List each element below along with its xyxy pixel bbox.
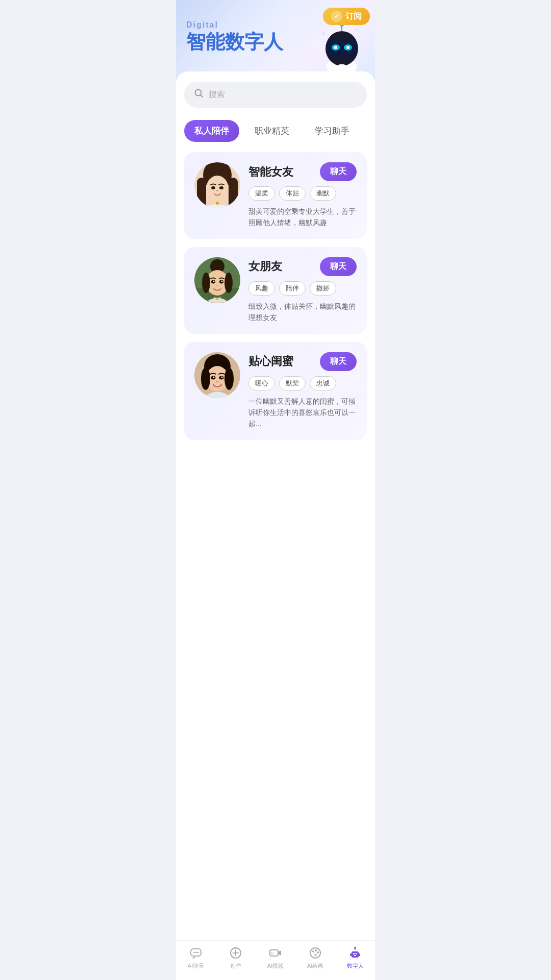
- card-1-tags: 温柔 体贴 幽默: [248, 186, 357, 201]
- card-2-header: 女朋友 聊天: [248, 257, 357, 276]
- card-3-tags: 暖心 默契 忠诚: [248, 376, 357, 390]
- svg-point-67: [354, 947, 356, 949]
- avatar-wrap-3: [194, 352, 240, 398]
- card-2: 女朋友 聊天 风趣 陪伴 撒娇 细致入微，体贴关怀，幽默风趣的理想女友: [184, 247, 367, 334]
- card-1-chat-button[interactable]: 聊天: [320, 162, 357, 181]
- svg-text:✦: ✦: [355, 27, 358, 32]
- tag-tacit: 默契: [279, 376, 306, 390]
- card-3-header: 贴心闺蜜 聊天: [248, 352, 357, 371]
- tag-loyal: 忠诚: [310, 376, 336, 390]
- robot-icon: [348, 946, 362, 960]
- tag-warm: 暖心: [248, 376, 275, 390]
- svg-point-42: [201, 368, 210, 390]
- svg-rect-64: [356, 953, 357, 954]
- tag-funny: 风趣: [248, 281, 275, 296]
- card-1-desc: 甜美可爱的空乘专业大学生，善于照顾他人情绪，幽默风趣: [248, 206, 357, 229]
- card-3-chat-button[interactable]: 聊天: [320, 352, 357, 371]
- nav-ai-draw-label: AI绘画: [307, 962, 323, 970]
- nav-create-label: 创作: [230, 962, 241, 970]
- svg-point-51: [197, 952, 199, 953]
- tag-caring: 体贴: [279, 186, 306, 201]
- card-2-tags: 风趣 陪伴 撒娇: [248, 281, 357, 296]
- card-3: 贴心闺蜜 聊天 暖心 默契 忠诚 一位幽默又善解人意的闺蜜，可倾诉听你生活中的喜…: [184, 342, 367, 440]
- avatar-3: [194, 352, 240, 398]
- avatar-1: [194, 162, 240, 208]
- main-content: 搜索 私人陪伴 职业精英 学习助手 生活助手: [176, 71, 375, 980]
- robot-area: ✓ 订阅 ✦ ✦ ✦: [314, 5, 370, 79]
- card-1-content: 智能女友 聊天 温柔 体贴 幽默 甜美可爱的空乘专业大学生，善于照顾他人情绪，幽…: [248, 162, 357, 229]
- avatar-wrap-1: [194, 162, 240, 208]
- svg-point-43: [224, 368, 234, 390]
- card-1-header: 智能女友 聊天: [248, 162, 357, 181]
- card-3-title: 贴心闺蜜: [248, 354, 293, 369]
- svg-point-49: [193, 952, 195, 953]
- svg-rect-65: [354, 955, 356, 956]
- search-icon: [194, 89, 204, 101]
- svg-text:✦: ✦: [360, 41, 362, 44]
- svg-text:AI: AI: [271, 952, 274, 955]
- svg-point-30: [202, 273, 210, 293]
- nav-ai-chat[interactable]: AI聊天: [176, 946, 216, 970]
- tag-gentle: 温柔: [248, 186, 275, 201]
- svg-point-46: [213, 376, 215, 378]
- nav-digital[interactable]: 数字人: [335, 946, 375, 970]
- nav-create[interactable]: 创作: [216, 946, 256, 970]
- tag-humor: 幽默: [310, 186, 336, 201]
- nav-ai-chat-label: AI聊天: [188, 962, 204, 970]
- svg-point-34: [213, 280, 215, 282]
- tab-career[interactable]: 职业精英: [244, 120, 299, 142]
- tag-companion: 陪伴: [279, 281, 306, 296]
- svg-point-5: [334, 46, 337, 49]
- svg-point-35: [221, 280, 223, 282]
- card-2-desc: 细致入微，体贴关怀，幽默风趣的理想女友: [248, 301, 357, 324]
- svg-point-23: [219, 186, 223, 189]
- tab-study[interactable]: 学习助手: [305, 120, 360, 142]
- card-2-chat-button[interactable]: 聊天: [320, 257, 357, 276]
- avatar-2: [194, 257, 240, 303]
- svg-point-19: [206, 176, 229, 202]
- card-2-content: 女朋友 聊天 风趣 陪伴 撒娇 细致入微，体贴关怀，幽默风趣的理想女友: [248, 257, 357, 324]
- svg-rect-62: [352, 951, 359, 958]
- svg-point-37: [216, 298, 218, 300]
- search-placeholder: 搜索: [209, 89, 225, 100]
- card-3-content: 贴心闺蜜 聊天 暖心 默契 忠诚 一位幽默又善解人意的闺蜜，可倾诉听你生活中的喜…: [248, 352, 357, 430]
- svg-point-61: [314, 953, 317, 957]
- svg-rect-21: [229, 178, 238, 208]
- svg-point-59: [315, 949, 317, 951]
- svg-point-50: [195, 952, 197, 953]
- create-icon: [229, 946, 243, 960]
- card-3-desc: 一位幽默又善解人意的闺蜜，可倾诉听你生活中的喜怒哀乐也可以一起...: [248, 396, 357, 430]
- nav-digital-label: 数字人: [347, 962, 364, 970]
- svg-rect-63: [353, 953, 355, 954]
- svg-point-47: [221, 376, 223, 378]
- card-1: 智能女友 聊天 温柔 体贴 幽默 甜美可爱的空乘专业大学生，善于照顾他人情绪，幽…: [184, 152, 367, 239]
- svg-line-15: [201, 95, 203, 97]
- palette-icon: [308, 946, 322, 960]
- card-1-title: 智能女友: [248, 164, 293, 180]
- check-icon: ✓: [331, 11, 342, 22]
- svg-point-36: [216, 285, 218, 286]
- bottom-nav: AI聊天 创作 AI AI视频: [176, 940, 375, 980]
- nav-ai-draw[interactable]: AI绘画: [295, 946, 335, 970]
- subscribe-button[interactable]: ✓ 订阅: [323, 8, 370, 25]
- nav-ai-video[interactable]: AI AI视频: [256, 946, 295, 970]
- svg-text:✦: ✦: [321, 31, 325, 37]
- tabs-container: 私人陪伴 职业精英 学习助手 生活助手: [184, 120, 367, 142]
- svg-point-24: [216, 202, 219, 205]
- tab-private[interactable]: 私人陪伴: [184, 120, 239, 142]
- ai-video-icon: AI: [268, 946, 283, 960]
- avatar-wrap-2: [194, 257, 240, 303]
- card-2-title: 女朋友: [248, 259, 282, 274]
- robot-illustration: ✦ ✦ ✦: [314, 20, 370, 77]
- svg-point-58: [312, 950, 314, 952]
- tab-life[interactable]: 生活助手: [365, 120, 367, 142]
- nav-ai-video-label: AI视频: [267, 962, 284, 970]
- svg-point-22: [211, 186, 215, 189]
- search-bar[interactable]: 搜索: [184, 82, 367, 108]
- svg-rect-20: [197, 178, 206, 208]
- header: Digital 智能数字人 ✓ 订阅 ✦: [176, 0, 375, 82]
- svg-point-31: [224, 273, 233, 293]
- svg-point-6: [346, 46, 349, 49]
- svg-point-60: [317, 951, 319, 953]
- svg-rect-69: [359, 953, 360, 956]
